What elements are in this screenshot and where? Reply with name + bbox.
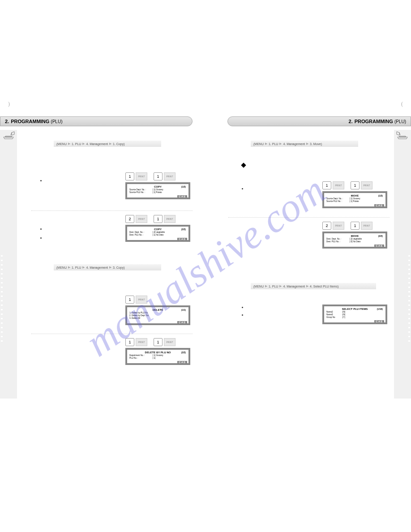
key-1: 1 <box>125 338 134 346</box>
key-1: 1 <box>125 296 134 304</box>
lcd-brand: CAS <box>177 321 187 324</box>
key-1: 1 <box>154 215 163 223</box>
bc-plu: 1. PLU <box>72 266 81 269</box>
divider <box>31 334 193 334</box>
bullet <box>242 188 243 189</box>
scale-icon <box>2 131 15 140</box>
lcd-screen-copy1: COPY (1/2) Source Dept. No. :[ 1] Grocer… <box>125 182 190 199</box>
lcd-page: (1/2) <box>181 185 186 188</box>
print-key: PRINT <box>333 181 344 189</box>
divider <box>228 217 390 218</box>
sidebar-right <box>394 130 411 399</box>
lcd-value: :[Y] <box>342 316 345 319</box>
step-move-2: 2 PRINT 1 PRINT MOVE (2/2) Dest. Dept. N… <box>322 222 387 249</box>
bc-move: 3. Move <box>310 142 321 146</box>
bc-management: 4. Management <box>86 266 108 269</box>
lcd-title: DELETE BY PLU NO <box>129 351 186 354</box>
print-key: PRINT <box>361 181 372 189</box>
lcd-label: PLU No. : <box>129 357 153 360</box>
section-number: 2. <box>5 119 9 124</box>
lcd-brand: CAS <box>177 361 187 364</box>
bc-plu: 1. PLU <box>269 285 278 288</box>
key-2: 2 <box>322 222 331 230</box>
lcd-label: Source PLU No. : <box>129 191 153 194</box>
lcd-brand: CAS <box>177 195 187 198</box>
key-1: 1 <box>351 222 360 230</box>
bc-delete: 3. Copy <box>113 266 124 269</box>
bc-management: 4. Management <box>86 142 108 146</box>
sidebar-left <box>0 130 17 399</box>
key-1: 1 <box>125 172 134 180</box>
lcd-title: MOVE <box>326 235 383 237</box>
lcd-title: MOVE <box>326 194 383 197</box>
breadcrumb-copy: ( MENU ▶ 1. PLU ▶ 4. Management ▶ 1. Cop… <box>54 141 161 147</box>
bc-menu: MENU <box>57 266 67 269</box>
chevron-right-icon: ▶ <box>265 142 267 146</box>
print-key: PRINT <box>333 222 344 230</box>
lcd-page: (1/2) <box>378 194 383 197</box>
step-delete-2: 1 PRINT 1 PRINT DELETE BY PLU NO (2/2) D… <box>125 338 190 365</box>
chevron-right-icon: ▶ <box>306 142 308 146</box>
lcd-brand: CAS <box>374 320 384 323</box>
breadcrumb-delete: ( MENU ▶ 1. PLU ▶ 4. Management ▶ 3. Cop… <box>54 264 161 270</box>
lcd-value: [ 1] No Data <box>153 234 163 236</box>
section-header-right: 2. PROGRAMMING (PLU) <box>227 116 411 126</box>
bc-management: 4. Management <box>283 285 305 288</box>
key-2: 2 <box>125 215 134 223</box>
lcd-label: Dest. PLU No. : <box>129 234 153 236</box>
print-key: PRINT <box>136 338 147 346</box>
bullet <box>242 307 243 308</box>
lcd-screen-select: SELECT PLU ITEMS (1/10) Name2:[N] Name3:… <box>322 305 387 324</box>
lcd-screen-move1: MOVE (1/2) Source Dept. No. :[ 1] Grocer… <box>322 191 387 208</box>
lcd-brand: CAS <box>374 245 384 247</box>
section-title: PROGRAMMING <box>355 119 393 124</box>
step-move-1: 1 PRINT 1 PRINT MOVE (1/2) Source Dept. … <box>322 181 387 208</box>
lcd-page: (2/2) <box>181 228 186 231</box>
bc-menu: MENU <box>254 285 264 288</box>
page-number-left: ) <box>8 101 10 107</box>
lcd-value: [ 1] <box>153 357 155 360</box>
print-key: PRINT <box>164 172 176 180</box>
bullet <box>242 314 243 316</box>
chevron-right-icon: ▶ <box>82 266 85 269</box>
chevron-right-icon: ▶ <box>68 266 70 269</box>
lcd-option: 3. Delete All <box>129 317 186 320</box>
chevron-right-icon: ▶ <box>279 142 282 146</box>
lcd-label: Group No <box>326 316 342 319</box>
step-select-plu: SELECT PLU ITEMS (1/10) Name2:[N] Name3:… <box>322 305 387 324</box>
chevron-right-icon: ▶ <box>109 142 111 146</box>
print-key: PRINT <box>164 215 176 223</box>
lcd-screen-move2: MOVE (2/2) Dest. Dept. No. :[ 2] vegetab… <box>322 232 387 249</box>
section-number: 2. <box>349 119 353 124</box>
breadcrumb-select: ( MENU ▶ 1. PLU ▶ 4. Management ▶ 4. Sel… <box>251 283 376 289</box>
diamond-bullet <box>241 163 246 167</box>
lcd-screen-delete1: DELETE (1/1) 1. Delete by PLU No 2. Dele… <box>125 305 190 325</box>
lcd-title: DELETE <box>129 309 186 311</box>
lcd-page: (2/2) <box>378 235 383 237</box>
divider <box>31 210 193 211</box>
section-subtitle: (PLU) <box>394 119 406 124</box>
lcd-value: [ 1] Potato <box>350 200 359 203</box>
lcd-screen-delete2: DELETE BY PLU NO (2/2) Department No. :[… <box>125 348 190 365</box>
step-copy-1: 1 PRINT 1 PRINT COPY (1/2) Source Dept. … <box>125 172 190 199</box>
lcd-brand: CAS <box>374 204 384 207</box>
bc-select-plu: 4. Select PLU Items <box>310 285 338 288</box>
lcd-page: (1/10) <box>377 308 383 310</box>
key-1: 1 <box>322 181 331 189</box>
bullet <box>40 180 42 181</box>
step-copy-2: 2 PRINT 1 PRINT COPY (2/2) Dest. Dept. N… <box>125 215 190 242</box>
key-1: 1 <box>154 338 163 346</box>
chevron-right-icon: ▶ <box>68 142 70 146</box>
breadcrumb-move: ( MENU ▶ 1. PLU ▶ 4. Management ▶ 3. Mov… <box>251 141 358 147</box>
bc-plu: 1. PLU <box>269 142 278 146</box>
print-key: PRINT <box>361 222 372 230</box>
chevron-right-icon: ▶ <box>265 284 267 288</box>
chevron-right-icon: ▶ <box>82 142 85 146</box>
key-1: 1 <box>154 172 163 180</box>
lcd-title: COPY <box>129 228 186 231</box>
print-key: PRINT <box>164 338 176 346</box>
chevron-right-icon: ▶ <box>109 266 111 269</box>
print-key: PRINT <box>136 296 147 304</box>
lcd-screen-copy2: COPY (2/2) Dest. Dept. No. :[ 2] vegetab… <box>125 225 190 242</box>
bullet <box>40 237 42 239</box>
